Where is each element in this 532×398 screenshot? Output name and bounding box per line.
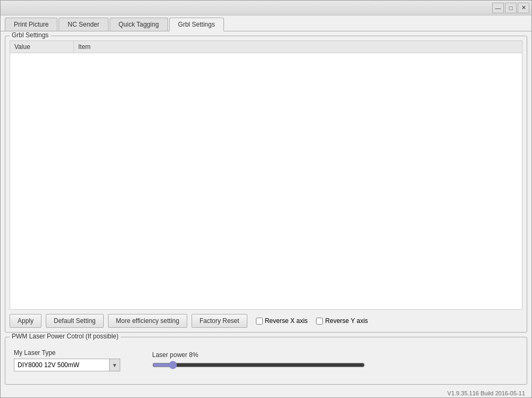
table-header: Value Item <box>10 41 522 53</box>
factory-reset-button[interactable]: Factory Reset <box>192 314 247 328</box>
slider-container <box>152 361 365 369</box>
checkbox-group: Reverse X axis Reverse Y axis <box>256 317 368 325</box>
laser-power-slider[interactable] <box>152 361 365 369</box>
pwm-group: PWM Laser Power Cotrol (If possible) My … <box>5 337 527 385</box>
tab-nc-sender[interactable]: NC Sender <box>59 18 108 31</box>
laser-type-label: My Laser Type <box>14 349 120 356</box>
default-setting-button[interactable]: Default Setting <box>46 314 104 328</box>
reverse-x-text: Reverse X axis <box>265 317 308 325</box>
column-value: Value <box>10 41 74 53</box>
minimize-button[interactable]: — <box>492 3 504 13</box>
main-content: Grbl Settings Value Item Apply Default S… <box>1 31 531 389</box>
grbl-settings-group: Grbl Settings Value Item Apply Default S… <box>5 36 527 333</box>
laser-power-label: Laser power 8% <box>152 351 365 359</box>
title-bar-buttons: — □ ✕ <box>492 3 529 13</box>
tab-quick-tagging[interactable]: Quick Tagging <box>110 18 168 31</box>
grbl-settings-title: Grbl Settings <box>10 31 51 39</box>
apply-button[interactable]: Apply <box>10 314 41 328</box>
reverse-y-text: Reverse Y axis <box>325 317 368 325</box>
more-efficiency-setting-button[interactable]: More efficiency setting <box>108 314 187 328</box>
reverse-y-checkbox[interactable] <box>316 318 323 325</box>
reverse-x-checkbox[interactable] <box>256 318 263 325</box>
table-body <box>10 53 522 255</box>
laser-type-select[interactable]: DIY8000 12V 500mW DIY8000 12V 1000mW DIY… <box>14 360 109 370</box>
version-bar: V1.9.35.116 Build 2016-05-11 <box>1 389 531 397</box>
title-bar: — □ ✕ <box>1 1 531 15</box>
maximize-button[interactable]: □ <box>505 3 517 13</box>
close-button[interactable]: ✕ <box>518 3 529 13</box>
tab-print-picture[interactable]: Print Picture <box>5 18 57 31</box>
reverse-y-label[interactable]: Reverse Y axis <box>316 317 368 325</box>
tab-grbl-settings[interactable]: Grbl Settings <box>169 18 224 31</box>
grbl-table[interactable]: Value Item <box>10 40 522 310</box>
laser-type-section: My Laser Type DIY8000 12V 500mW DIY8000 … <box>14 349 120 371</box>
select-arrow-icon: ▼ <box>109 359 120 371</box>
pwm-group-title: PWM Laser Power Cotrol (If possible) <box>10 333 121 340</box>
laser-power-section: Laser power 8% <box>152 351 365 369</box>
version-text: V1.9.35.116 Build 2016-05-11 <box>447 390 525 396</box>
buttons-row: Apply Default Setting More efficiency se… <box>10 314 522 328</box>
main-window: — □ ✕ Print Picture NC Sender Quick Tagg… <box>0 0 532 398</box>
reverse-x-label[interactable]: Reverse X axis <box>256 317 308 325</box>
laser-type-select-container: DIY8000 12V 500mW DIY8000 12V 1000mW DIY… <box>14 359 120 371</box>
column-item: Item <box>74 41 522 53</box>
pwm-content: My Laser Type DIY8000 12V 500mW DIY8000 … <box>14 349 518 371</box>
tab-bar: Print Picture NC Sender Quick Tagging Gr… <box>1 15 531 31</box>
